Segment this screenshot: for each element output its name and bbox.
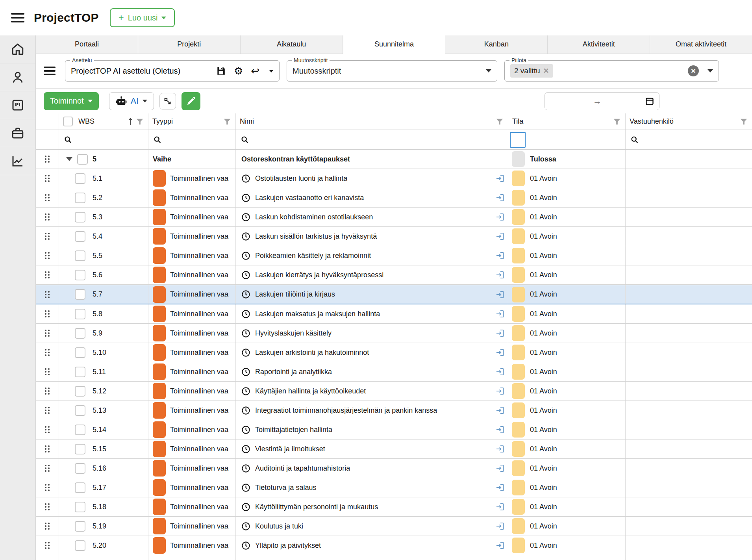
drag-handle[interactable] [36, 382, 59, 401]
row-checkbox[interactable] [77, 154, 88, 165]
open-item-icon[interactable] [495, 483, 505, 492]
open-item-icon[interactable] [495, 328, 505, 338]
clear-filter-icon[interactable]: ✕ [688, 65, 699, 76]
assignee-cell[interactable] [626, 285, 752, 304]
chevron-down-icon[interactable] [269, 70, 274, 72]
focused-search-box[interactable] [510, 132, 526, 148]
assignee-cell[interactable] [626, 478, 752, 497]
row-checkbox[interactable] [75, 444, 85, 454]
table-row[interactable]: 5.12 Toiminnallinen vaa Käyttäjien halli… [36, 382, 752, 401]
hide-selection-chip[interactable]: 2 valittu ✕ [510, 64, 553, 78]
open-item-icon[interactable] [495, 309, 505, 319]
filter-icon[interactable] [739, 117, 748, 126]
remove-chip-icon[interactable]: ✕ [543, 67, 549, 75]
row-checkbox[interactable] [75, 328, 85, 339]
assignee-cell[interactable] [626, 169, 752, 188]
column-header-assignee[interactable]: Vastuuhenkilö [626, 113, 752, 130]
table-row[interactable]: 5.18 Toiminnallinen vaa Käyttöliittymän … [36, 497, 752, 517]
drag-handle[interactable] [36, 246, 59, 265]
column-header-wbs[interactable]: WBS [59, 113, 148, 130]
tab-aktiviteetit[interactable]: Aktiviteetit [548, 35, 650, 54]
open-item-icon[interactable] [495, 541, 505, 550]
edit-button[interactable] [182, 92, 200, 110]
assignee-cell[interactable] [626, 420, 752, 439]
table-row[interactable]: 5.14 Toiminnallinen vaa Toimittajatietoj… [36, 420, 752, 439]
open-item-icon[interactable] [495, 348, 505, 357]
drag-handle[interactable] [36, 478, 59, 497]
assignee-cell[interactable] [626, 265, 752, 284]
row-checkbox[interactable] [75, 540, 85, 551]
column-header-status[interactable]: Tila [508, 113, 626, 130]
row-checkbox[interactable] [75, 502, 85, 512]
assignee-cell[interactable] [626, 150, 752, 169]
drag-handle[interactable] [36, 497, 59, 516]
row-checkbox[interactable] [75, 212, 85, 223]
table-row[interactable]: 5.20 Toiminnallinen vaa Ylläpito ja päiv… [36, 536, 752, 555]
assignee-cell[interactable] [626, 459, 752, 478]
row-checkbox[interactable] [75, 270, 85, 280]
expand-button[interactable] [159, 93, 176, 109]
open-item-icon[interactable] [495, 290, 505, 299]
chevron-down-icon[interactable] [486, 69, 491, 72]
assignee-cell[interactable] [626, 208, 752, 226]
open-item-icon[interactable] [495, 174, 505, 183]
actions-button[interactable]: Toiminnot [44, 92, 99, 110]
drag-handle[interactable] [36, 401, 59, 420]
table-row[interactable]: 5.10 Toiminnallinen vaa Laskujen arkisto… [36, 343, 752, 362]
drag-handle[interactable] [36, 517, 59, 536]
drag-handle[interactable] [36, 343, 59, 362]
drag-handle[interactable] [36, 324, 59, 343]
table-row[interactable]: 5.8 Toiminnallinen vaa Laskujen maksatus… [36, 304, 752, 324]
drag-handle[interactable] [36, 304, 59, 323]
search-wbs-input[interactable] [59, 130, 148, 149]
save-icon[interactable] [216, 66, 226, 76]
row-checkbox[interactable] [75, 425, 85, 435]
assignee-cell[interactable] [626, 382, 752, 401]
table-row[interactable]: 5.17 Toiminnallinen vaa Tietoturva ja sa… [36, 478, 752, 497]
assignee-cell[interactable] [626, 517, 752, 536]
open-item-icon[interactable] [495, 444, 505, 454]
drag-handle[interactable] [36, 439, 59, 458]
table-menu-icon[interactable] [44, 67, 56, 75]
assignee-cell[interactable] [626, 324, 752, 343]
table-row[interactable]: 5.1 Toiminnallinen vaa Ostotilausten luo… [36, 169, 752, 188]
create-new-button[interactable]: + Luo uusi [110, 8, 175, 27]
row-checkbox[interactable] [75, 173, 85, 184]
row-checkbox[interactable] [75, 521, 85, 532]
assignee-cell[interactable] [626, 343, 752, 362]
row-checkbox[interactable] [75, 193, 85, 203]
search-status-input[interactable] [508, 130, 626, 149]
menu-icon[interactable] [11, 13, 24, 22]
drag-handle[interactable] [36, 265, 59, 284]
chevron-down-icon[interactable] [708, 69, 713, 72]
table-row[interactable]: 5.11 Toiminnallinen vaa Raportointi ja a… [36, 362, 752, 382]
assignee-cell[interactable] [626, 227, 752, 246]
drag-handle[interactable] [36, 420, 59, 439]
table-row[interactable]: 5.6 Toiminnallinen vaa Laskujen kierräty… [36, 265, 752, 285]
assignee-cell[interactable] [626, 188, 752, 207]
filter-icon[interactable] [613, 117, 621, 126]
gear-icon[interactable]: ⚙ [234, 65, 243, 77]
drag-handle[interactable] [36, 188, 59, 207]
open-item-icon[interactable] [495, 464, 505, 473]
drag-handle[interactable] [36, 362, 59, 381]
tab-kanban[interactable]: Kanban [445, 35, 548, 54]
row-checkbox[interactable] [75, 463, 85, 474]
tab-suunnitelma[interactable]: Suunnitelma [343, 35, 446, 54]
sidebar-item-profile[interactable] [0, 63, 35, 91]
assignee-cell[interactable] [626, 497, 752, 516]
open-item-icon[interactable] [495, 270, 505, 280]
table-row[interactable]: 5.5 Toiminnallinen vaa Poikkeamien käsit… [36, 246, 752, 265]
group-row[interactable]: 5 Vaihe Ostoreskontran käyttötapaukset T… [36, 150, 752, 169]
filter-icon[interactable] [135, 117, 144, 126]
sidebar-item-reports[interactable] [0, 147, 35, 175]
row-checkbox[interactable] [75, 405, 85, 416]
search-assignee-input[interactable] [626, 130, 752, 149]
date-range-input[interactable]: → [545, 92, 659, 110]
table-row[interactable]: 5.9 Toiminnallinen vaa Hyvityslaskujen k… [36, 324, 752, 343]
open-item-icon[interactable] [495, 367, 505, 376]
open-item-icon[interactable] [495, 212, 505, 222]
calendar-icon[interactable] [645, 96, 654, 106]
ai-button[interactable]: AI [109, 92, 154, 110]
open-item-icon[interactable] [495, 386, 505, 396]
